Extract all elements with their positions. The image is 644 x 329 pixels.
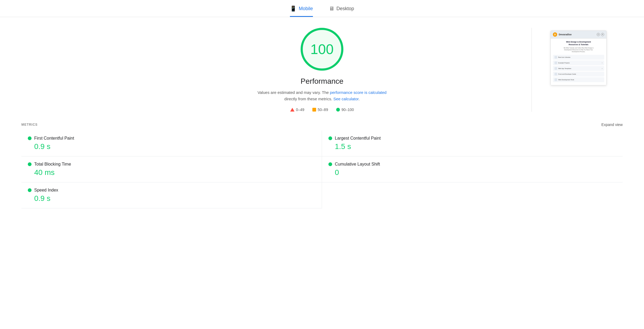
desc-middle: directly from these metrics.: [284, 97, 333, 101]
legend-average: 50–89: [312, 108, 328, 112]
thumb-github-icon: ⊙: [597, 33, 600, 36]
thumb-hero-title: Web Design & DevelopmentResources & Tuto…: [553, 41, 604, 46]
legend-fail-label: 0–49: [296, 108, 304, 112]
thumb-header-icons: ⊙ ✦: [597, 33, 604, 36]
metrics-section: METRICS Expand view First Contentful Pai…: [21, 123, 623, 208]
desc-end: .: [359, 97, 360, 101]
score-circle: 100: [301, 28, 343, 71]
thumb-settings-icon: ✦: [601, 33, 604, 36]
legend-fail: 0–49: [290, 108, 304, 112]
metric-cls-dot: [328, 162, 332, 166]
thumb-nav-label-5: Web Development Tools: [558, 79, 574, 81]
metric-lcp-title: Largest Contentful Paint: [335, 136, 381, 141]
metric-si-header: Speed Index: [28, 188, 315, 193]
desktop-icon: 🖥: [329, 6, 334, 12]
thumb-nav-item-3: Web App Templates ▾: [553, 66, 604, 71]
score-legend: 0–49 50–89 90–100: [290, 108, 354, 112]
metric-si: Speed Index 0.9 s: [21, 182, 322, 208]
legend-pass-label: 90–100: [342, 108, 354, 112]
thumb-nav-label-4: Front-end Developer Guide: [558, 73, 576, 75]
thumb-nav-icon-2: [554, 62, 557, 64]
thumb-chevron-2: ▾: [602, 62, 603, 64]
metric-cls: Cumulative Layout Shift 0: [322, 156, 623, 182]
metric-cls-value: 0: [328, 168, 616, 177]
see-calculator-link[interactable]: See calculator: [333, 97, 358, 101]
thumb-nav-item-1: Best Icon Libraries: [553, 55, 604, 60]
metric-si-dot: [28, 188, 32, 192]
metric-lcp-dot: [328, 136, 332, 140]
thumb-favicon: D: [553, 32, 557, 37]
metric-si-title: Speed Index: [34, 188, 58, 193]
vertical-divider: [532, 28, 532, 112]
thumb-nav-icon-3: [554, 67, 557, 70]
metric-fcp-header: First Contentful Paint: [28, 136, 315, 141]
performance-section: 100 Performance Values are estimated and…: [21, 28, 623, 112]
thumb-nav-icon-1: [554, 56, 557, 59]
performance-title: Performance: [301, 77, 343, 86]
metric-fcp-title: First Contentful Paint: [34, 136, 74, 141]
metric-lcp-header: Largest Contentful Paint: [328, 136, 616, 141]
metric-cls-header: Cumulative Layout Shift: [328, 162, 616, 167]
site-screenshot: D Devaradise ⊙ ✦ Web Design & Developmen…: [550, 30, 607, 85]
tab-desktop-label: Desktop: [336, 6, 354, 12]
metric-tbt-dot: [28, 162, 32, 166]
thumb-nav-icon-4: [554, 73, 557, 75]
legend-average-label: 50–89: [318, 108, 328, 112]
thumb-body: Web Design & DevelopmentResources & Tuto…: [551, 39, 606, 85]
thumb-chevron-3: ▾: [602, 68, 603, 69]
thumb-nav-item-2: Example Projects ▾: [553, 60, 604, 65]
thumb-nav-label-2: Example Projects: [558, 62, 570, 64]
thumb-nav-item-4: Front-end Developer Guide: [553, 72, 604, 76]
average-icon: [312, 108, 316, 112]
expand-view-button[interactable]: Expand view: [602, 123, 623, 127]
metric-tbt-value: 40 ms: [28, 168, 315, 177]
thumb-header: D Devaradise ⊙ ✦: [551, 31, 606, 39]
metric-si-value: 0.9 s: [28, 194, 315, 203]
metric-cls-title: Cumulative Layout Shift: [335, 162, 380, 167]
main-content: 100 Performance Values are estimated and…: [0, 17, 644, 219]
metrics-label: METRICS: [21, 123, 38, 127]
metric-fcp-dot: [28, 136, 32, 140]
performance-description: Values are estimated and may vary. The p…: [253, 89, 391, 102]
tab-desktop[interactable]: 🖥 Desktop: [329, 5, 354, 17]
fail-icon: [290, 108, 294, 112]
score-value: 100: [311, 41, 334, 57]
metrics-header: METRICS Expand view: [21, 123, 623, 127]
metric-tbt-title: Total Blocking Time: [34, 162, 71, 167]
tabs-bar: 📱 Mobile 🖥 Desktop: [0, 0, 644, 17]
thumb-hero-subtitle: We Write Tutorials and Collect Best Web …: [553, 47, 604, 53]
thumb-brand-name: Devaradise: [559, 33, 595, 36]
perf-score-link[interactable]: performance score is calculated: [330, 90, 387, 95]
thumb-nav-item-5: Web Development Tools: [553, 77, 604, 82]
metric-tbt-header: Total Blocking Time: [28, 162, 315, 167]
mobile-icon: 📱: [290, 5, 297, 12]
thumb-nav-icon-5: [554, 78, 557, 81]
metrics-grid: First Contentful Paint 0.9 s Largest Con…: [21, 131, 623, 208]
metric-tbt: Total Blocking Time 40 ms: [21, 156, 322, 182]
tab-mobile[interactable]: 📱 Mobile: [290, 5, 313, 17]
metric-fcp-value: 0.9 s: [28, 142, 315, 151]
legend-pass: 90–100: [336, 108, 354, 112]
desc-plain: Values are estimated and may vary. The: [258, 90, 330, 95]
metric-lcp-value: 1.5 s: [328, 142, 616, 151]
thumb-nav-label-1: Best Icon Libraries: [558, 56, 571, 58]
metric-fcp: First Contentful Paint 0.9 s: [21, 131, 322, 156]
tab-mobile-label: Mobile: [299, 6, 313, 12]
thumb-nav-label-3: Web App Templates: [558, 68, 571, 69]
pass-icon: [336, 108, 340, 112]
metric-lcp: Largest Contentful Paint 1.5 s: [322, 131, 623, 156]
